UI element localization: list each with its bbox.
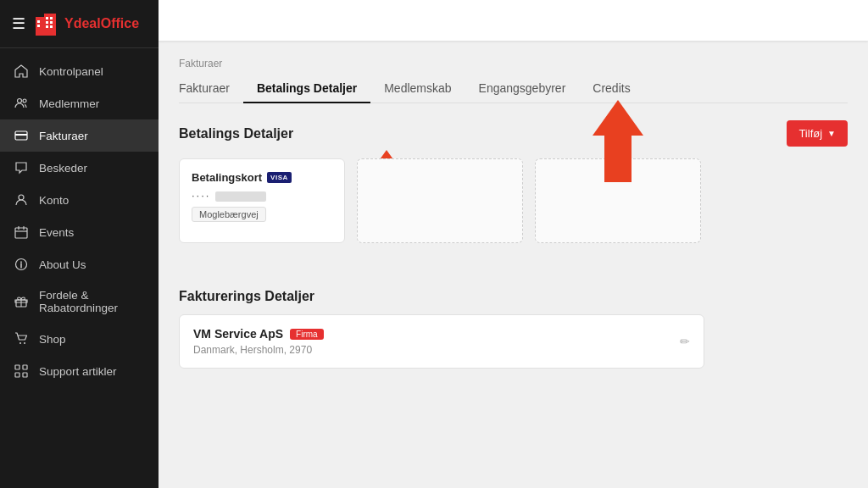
sidebar-item-label: Support artikler	[39, 365, 117, 378]
billing-info: VM Service ApS Firma Danmark, Hersholm, …	[193, 327, 324, 356]
sidebar-item-fordele[interactable]: Fordele & Rabatordninger	[0, 280, 159, 323]
card-title: Betalingskort	[192, 171, 262, 184]
tab-engangsgebyrer[interactable]: Engangsgebyrer	[465, 75, 580, 103]
info-icon	[14, 257, 29, 272]
sidebar-item-label: Kontrolpanel	[39, 65, 103, 78]
sidebar-item-kontrolpanel[interactable]: Kontrolpanel	[0, 55, 159, 87]
chevron-down-icon: ▼	[827, 129, 836, 138]
billing-address: Danmark, Hersholm, 2970	[193, 344, 324, 356]
billing-name: VM Service ApS Firma	[193, 327, 324, 341]
billing-card: VM Service ApS Firma Danmark, Hersholm, …	[179, 314, 704, 369]
svg-rect-6	[46, 25, 48, 28]
betalings-title: Betalings Detaljer	[179, 126, 293, 141]
firma-badge: Firma	[290, 329, 324, 340]
sidebar-item-about-us[interactable]: About Us	[0, 248, 159, 280]
svg-rect-2	[46, 17, 48, 19]
billing-title: Fakturerings Detaljer	[179, 289, 848, 304]
svg-rect-4	[46, 21, 48, 24]
sidebar-item-label: Events	[39, 226, 74, 239]
billing-section: Fakturerings Detaljer VM Service ApS Fir…	[179, 289, 848, 369]
top-bar	[159, 0, 868, 41]
visa-badge: VISA	[267, 172, 292, 183]
users-icon	[14, 96, 29, 111]
message-icon	[14, 160, 29, 175]
card-dots: ····	[192, 189, 332, 202]
logo-building-icon	[32, 10, 59, 37]
tab-fakturaer[interactable]: Fakturaer	[179, 75, 243, 103]
svg-rect-1	[44, 14, 56, 36]
sidebar-item-support[interactable]: Support artikler	[0, 355, 159, 387]
tabs: Fakturaer Betalings Detaljer Medlemskab …	[179, 75, 848, 103]
betalings-section-header: Betalings Detaljer Tilføj ▼	[179, 120, 848, 147]
svg-rect-15	[15, 228, 27, 238]
add-button[interactable]: Tilføj ▼	[787, 120, 848, 147]
main-content: Fakturaer Fakturaer Betalings Detaljer M…	[159, 0, 868, 488]
svg-point-14	[19, 195, 24, 200]
sidebar-item-medlemmer[interactable]: Medlemmer	[0, 87, 159, 119]
logo-area: YdealOffice	[32, 10, 139, 37]
svg-point-11	[23, 99, 26, 103]
person-icon	[14, 192, 29, 208]
svg-rect-8	[37, 20, 40, 23]
content-area: Fakturaer Fakturaer Betalings Detaljer M…	[159, 41, 868, 488]
gift-icon	[14, 294, 29, 309]
credit-card-icon	[14, 128, 29, 143]
tab-medlemskab[interactable]: Medlemskab	[370, 75, 465, 103]
sidebar-nav: Kontrolpanel Medlemmer Fakturaer Beskede…	[0, 48, 159, 488]
empty-card-1[interactable]	[357, 158, 523, 243]
svg-rect-3	[50, 17, 53, 19]
svg-point-19	[24, 342, 25, 344]
cards-row: Betalingskort VISA ···· Moglebærgvej	[179, 158, 848, 269]
sidebar-item-fakturaer[interactable]: Fakturaer	[0, 119, 159, 152]
sidebar: ☰ YdealOffice Ko	[0, 0, 159, 488]
edit-icon[interactable]: ✏	[680, 335, 690, 348]
svg-rect-7	[50, 25, 53, 28]
sidebar-item-label: Fordele & Rabatordninger	[39, 289, 145, 314]
card-header: Betalingskort VISA	[192, 171, 332, 184]
svg-rect-21	[23, 365, 27, 369]
breadcrumb: Fakturaer	[179, 58, 848, 69]
svg-rect-23	[23, 373, 27, 377]
sidebar-header: ☰ YdealOffice	[0, 0, 159, 48]
sidebar-item-beskeder[interactable]: Beskeder	[0, 152, 159, 184]
svg-rect-9	[37, 25, 40, 27]
svg-point-10	[18, 99, 22, 103]
cart-icon	[14, 331, 29, 347]
tab-credits[interactable]: Credits	[579, 75, 643, 103]
sidebar-item-label: Konto	[39, 194, 69, 207]
sidebar-item-events[interactable]: Events	[0, 216, 159, 248]
sidebar-item-label: Shop	[39, 333, 66, 346]
svg-point-18	[19, 342, 21, 344]
empty-card-2[interactable]	[535, 158, 701, 243]
card-tag: Moglebærgvej	[192, 207, 266, 222]
logo-text: YdealOffice	[64, 16, 139, 31]
sidebar-item-label: Medlemmer	[39, 97, 99, 110]
calendar-icon	[14, 225, 29, 240]
add-button-label: Tilføj	[798, 127, 822, 140]
grid-icon	[14, 363, 29, 379]
sidebar-item-label: Beskeder	[39, 162, 87, 175]
svg-rect-22	[15, 373, 19, 377]
sidebar-item-shop[interactable]: Shop	[0, 323, 159, 355]
svg-rect-5	[50, 21, 53, 24]
company-name: VM Service ApS	[193, 327, 283, 341]
payment-card[interactable]: Betalingskort VISA ···· Moglebærgvej	[179, 158, 345, 243]
sidebar-item-label: About Us	[39, 258, 86, 271]
svg-rect-20	[15, 365, 19, 369]
home-icon	[14, 64, 29, 79]
svg-rect-13	[15, 134, 27, 136]
sidebar-item-label: Fakturaer	[39, 130, 88, 142]
sidebar-item-konto[interactable]: Konto	[0, 184, 159, 216]
hamburger-icon[interactable]: ☰	[12, 14, 25, 33]
tab-betalings-detaljer[interactable]: Betalings Detaljer	[243, 75, 370, 103]
